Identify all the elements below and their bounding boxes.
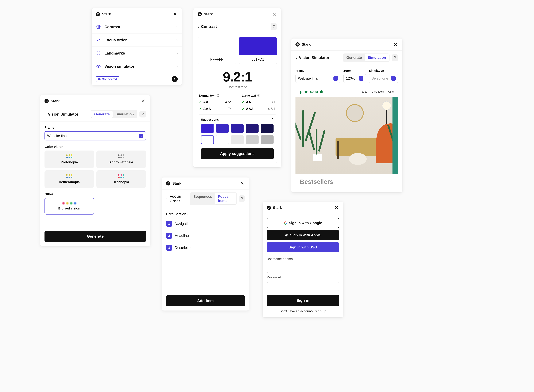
close-icon[interactable]: ✕ (334, 205, 339, 210)
signin-sso-button[interactable]: Sign in with SSO (267, 242, 339, 252)
vision-simulator-icon (96, 64, 101, 69)
help-icon[interactable]: ? (239, 196, 245, 202)
panel-header: Stark ✕ (40, 95, 150, 107)
tab-group: Generate Simulation (91, 110, 137, 118)
suggestion-swatch[interactable] (246, 135, 259, 144)
info-icon[interactable]: ⓘ (187, 212, 190, 216)
signin-apple-button[interactable]: Sign in with Apple (267, 230, 339, 240)
tool-row-landmarks[interactable]: Landmarks › (92, 47, 182, 60)
card-protonopia[interactable]: Protonopia (44, 150, 94, 168)
normal-aaa-row: ✓AAA 7:1 (199, 107, 233, 111)
suggestions-box: Suggestions ⌃ Apply suggestions (198, 115, 277, 163)
focus-item[interactable]: 1Navigation (166, 218, 245, 230)
site-nav-link: Gifts (388, 90, 394, 93)
select-caret-icon: ⌄ (359, 76, 363, 81)
info-icon[interactable]: ⓘ (217, 94, 219, 97)
background-color (239, 37, 277, 55)
tab-sequences[interactable]: Sequences (191, 193, 215, 204)
focus-item[interactable]: 3Description (166, 242, 245, 254)
card-deuteranopia[interactable]: Deuteranopia (44, 170, 94, 188)
focus-number-badge: 2 (166, 233, 172, 239)
contrast-icon (96, 24, 101, 29)
help-icon[interactable]: ? (392, 54, 398, 61)
foreground-swatch[interactable]: FFFFFF (198, 37, 236, 64)
suggestion-swatch[interactable] (231, 135, 244, 144)
normal-text-label: Normal textⓘ (199, 94, 233, 97)
back-icon[interactable]: ‹ (198, 24, 199, 29)
close-icon[interactable]: ✕ (172, 12, 178, 17)
chevron-right-icon: › (176, 64, 178, 69)
tool-name: Vision simulator (105, 64, 134, 69)
tab-generate[interactable]: Generate (343, 54, 365, 61)
apple-icon (285, 233, 288, 237)
help-icon[interactable]: ? (139, 111, 146, 117)
panel-header: Stark ✕ (92, 8, 182, 20)
close-icon[interactable]: ✕ (239, 181, 245, 186)
suggestion-swatch[interactable] (231, 124, 244, 133)
tool-row-contrast[interactable]: Contrast › (92, 20, 182, 33)
suggestion-swatch[interactable] (261, 124, 274, 133)
select-caret-icon: ⌄ (391, 76, 396, 81)
tab-simulation[interactable]: Simulation (365, 54, 389, 61)
back-icon[interactable]: ‹ (44, 112, 46, 117)
card-achromatopsia[interactable]: Achromatopsia (96, 150, 146, 168)
hero-section-label: Hero Section ⓘ (166, 212, 245, 216)
signup-row: Don't have an account? Sign up (267, 309, 339, 313)
back-icon[interactable]: ‹ (166, 196, 167, 201)
brand-title: Stark (102, 12, 111, 16)
close-icon[interactable]: ✕ (393, 42, 398, 47)
background-swatch[interactable]: 381FD1 (239, 37, 277, 64)
signin-button[interactable]: Sign in (267, 295, 339, 306)
panel-header: Stark ✕ (262, 202, 343, 214)
suggestion-swatch[interactable] (201, 135, 214, 144)
contrast-ratio-caption: Contrast ratio (198, 85, 277, 89)
stark-logo-icon (44, 99, 49, 103)
suggestion-swatch[interactable] (216, 135, 229, 144)
zoom-select[interactable]: 120% ⌄ (343, 74, 366, 83)
generate-button[interactable]: Generate (44, 231, 146, 242)
tab-simulation[interactable]: Simulation (113, 111, 137, 118)
simulation-select[interactable]: Select one ⌄ (369, 74, 398, 83)
avatar-icon[interactable] (172, 76, 178, 82)
apply-suggestions-button[interactable]: Apply suggestions (201, 148, 274, 159)
svg-point-3 (174, 78, 175, 79)
card-label: Blurred vision (58, 206, 80, 210)
panel-header: Stark ✕ (291, 38, 402, 51)
tab-group: Sequences Focus items (190, 192, 237, 205)
tool-row-focus-order[interactable]: Focus order › (92, 33, 182, 47)
large-aaa-row: ✓AAA 4.5:1 (242, 107, 276, 111)
close-icon[interactable]: ✕ (141, 98, 146, 104)
info-icon[interactable]: ⓘ (257, 94, 260, 97)
tool-row-vision-simulator[interactable]: Vision simulator › (92, 60, 182, 73)
card-blurred-vision[interactable]: Blurred vision (44, 198, 94, 215)
suggestion-swatch[interactable] (216, 124, 229, 133)
chevron-up-icon[interactable]: ⌃ (271, 118, 274, 121)
focus-item-label: Description (175, 246, 193, 250)
connected-dot-icon (98, 78, 100, 80)
close-icon[interactable]: ✕ (272, 12, 277, 17)
focus-item[interactable]: 2Headline (166, 230, 245, 242)
username-input[interactable] (267, 264, 339, 273)
blurred-icon (62, 202, 76, 205)
tab-generate[interactable]: Generate (91, 111, 113, 118)
suggestion-swatch[interactable] (201, 124, 214, 133)
suggestion-swatch[interactable] (261, 135, 274, 144)
site-brand: plants.co (300, 89, 324, 94)
check-icon: ✓ (242, 107, 244, 111)
landmarks-icon (96, 51, 101, 56)
signup-link[interactable]: Sign up (315, 309, 326, 313)
frame-select[interactable]: Website final ⌄ (44, 131, 146, 140)
back-icon[interactable]: ‹ (296, 55, 297, 60)
tab-focus-items[interactable]: Focus items (215, 193, 236, 204)
add-item-button[interactable]: Add item (166, 295, 245, 306)
chevron-right-icon: › (176, 38, 178, 42)
check-icon: ✓ (199, 107, 202, 111)
card-tritanopia[interactable]: Tritanopia (96, 170, 146, 188)
signin-google-button[interactable]: Sign in with Google (267, 218, 339, 228)
suggestion-swatch[interactable] (246, 124, 259, 133)
frame-select[interactable]: Website final ⌄ (296, 74, 340, 83)
help-icon[interactable]: ? (271, 23, 277, 30)
page-title: Vision Simulator (299, 56, 329, 60)
frame-value: Website final (47, 134, 67, 138)
password-input[interactable] (267, 282, 339, 291)
